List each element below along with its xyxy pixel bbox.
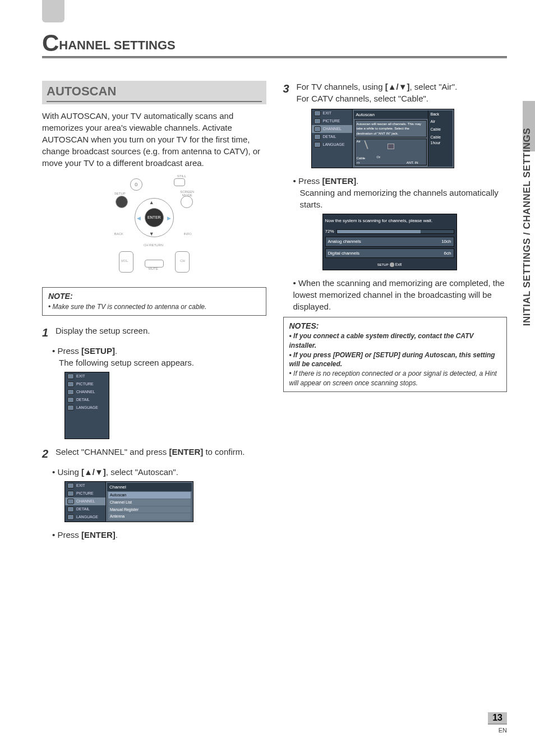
picture-icon bbox=[314, 118, 321, 124]
channel-icon bbox=[314, 126, 321, 132]
osd2-exit-label: EXIT bbox=[76, 483, 85, 488]
note2-item-1-text: If you press [POWER] or [SETUP] during A… bbox=[289, 351, 495, 368]
step-1-sub1: Press [SETUP]. bbox=[52, 346, 117, 356]
step-3-line1a: For TV channels, using bbox=[297, 82, 385, 91]
step-1: 1 Display the setup screen. bbox=[42, 325, 266, 340]
chapter-rule bbox=[42, 56, 507, 58]
osd-item-exit: EXIT bbox=[65, 372, 109, 380]
step-2-sub-bold: [▲/▼] bbox=[81, 467, 106, 477]
osd3-diagram: Air Cable Or ANT. IN ▭ bbox=[355, 139, 427, 165]
osd-item-exit-label: EXIT bbox=[76, 374, 85, 379]
osd3-item-picture: PICTURE bbox=[312, 117, 352, 125]
language-icon bbox=[67, 405, 74, 411]
osd-autoscan: EXIT PICTURE CHANNEL DETAIL LANGUAGE Aut… bbox=[311, 109, 454, 168]
osd3-item-language: LANGUAGE bbox=[312, 141, 352, 149]
step-3-press-tail: . bbox=[356, 176, 358, 186]
detail-icon bbox=[67, 397, 74, 403]
remote-label-chreturn: CH RETURN bbox=[144, 243, 163, 247]
note-box-2: NOTES: • If you connect a cable system d… bbox=[283, 317, 508, 392]
progress-row-digital: Digital channels 6ch bbox=[325, 248, 454, 258]
osd2-item-language: LANGUAGE bbox=[65, 513, 105, 521]
note2-item-0: • If you connect a cable system directly… bbox=[289, 331, 501, 351]
step-3-line1bold: [▲/▼] bbox=[385, 82, 410, 91]
osd3-channel-label: CHANNEL bbox=[323, 126, 342, 132]
osd3-language-label: LANGUAGE bbox=[323, 142, 345, 147]
step-2-text-a: Select "CHANNEL" and press bbox=[56, 447, 169, 457]
intro-paragraph: With AUTOSCAN, your TV automatically sca… bbox=[42, 110, 266, 169]
note2-item-1: • If you press [POWER] or [SETUP] during… bbox=[289, 351, 501, 370]
step-2-num: 2 bbox=[42, 446, 51, 462]
osd-item-language-label: LANGUAGE bbox=[76, 405, 98, 411]
osd3-item-channel: CHANNEL bbox=[312, 125, 352, 133]
step-1-sub1b: [SETUP] bbox=[81, 346, 115, 356]
remote-btn-enter: ENTER bbox=[145, 208, 164, 227]
progress-row-analog: Analog channels 10ch bbox=[325, 237, 454, 246]
osd-channel-menu: EXIT PICTURE CHANNEL DETAIL LANGUAGE Cha… bbox=[64, 481, 193, 522]
step-3-press-a: Press bbox=[298, 176, 322, 186]
osd2-row-autoscan: Autoscan bbox=[108, 492, 191, 499]
osd2-item-detail: DETAIL bbox=[65, 505, 105, 513]
remote-label-still: STILL bbox=[177, 174, 186, 178]
step-3-num: 3 bbox=[283, 81, 292, 104]
osd3-opt-cable1h: Cable 1hour bbox=[428, 133, 453, 147]
step-2-text-b: to confirm. bbox=[203, 447, 245, 457]
osd2-row-manualreg: Manual Register bbox=[108, 506, 191, 513]
step-3-complete: When the scanning and memorizing are com… bbox=[293, 278, 505, 311]
osd2-item-picture: PICTURE bbox=[65, 490, 105, 497]
progress-footer: SETUP Exit bbox=[325, 260, 454, 268]
step-3: 3 For TV channels, using [▲/▼], select "… bbox=[283, 81, 508, 104]
note2-item-2-text: If there is no reception connected or a … bbox=[289, 370, 497, 387]
osd2-language-label: LANGUAGE bbox=[76, 514, 98, 520]
osd-item-detail: DETAIL bbox=[65, 396, 109, 404]
osd2-row-antenna: Antenna bbox=[108, 513, 191, 520]
step-3-scanline: Scanning and memorizing the channels aut… bbox=[293, 187, 508, 210]
osd-item-channel-label: CHANNEL bbox=[76, 389, 95, 395]
osd-item-picture: PICTURE bbox=[65, 380, 109, 388]
step-2-press: Press [ENTER]. bbox=[52, 530, 118, 540]
osd2-row-channellist: Channel List bbox=[108, 499, 191, 506]
step-2-sub: Using [▲/▼], select "Autoscan". bbox=[52, 467, 178, 477]
osd-setup-menu: EXIT PICTURE CHANNEL DETAIL LANGUAGE bbox=[64, 372, 109, 439]
diagram-antin: ANT. IN bbox=[407, 160, 418, 165]
osd3-opt-cable: Cable bbox=[428, 126, 453, 133]
setup-dot-icon bbox=[390, 262, 394, 267]
exit-icon bbox=[67, 374, 74, 379]
osd3-opt-air: Air bbox=[428, 118, 453, 126]
channel-icon bbox=[67, 389, 74, 395]
step-2-press-bold: [ENTER] bbox=[81, 530, 116, 540]
osd3-options: Back Air Cable Cable 1hour bbox=[428, 110, 453, 167]
note-box-1: NOTE: • Make sure the TV is connected to… bbox=[42, 287, 266, 315]
step-2-press-tail: . bbox=[116, 530, 118, 540]
remote-btn-screenmode bbox=[181, 196, 193, 208]
page-footer: 13 EN bbox=[488, 712, 507, 735]
chapter-initial: C bbox=[42, 30, 59, 56]
osd-item-language: LANGUAGE bbox=[65, 404, 109, 412]
chapter-title: CHANNEL SETTINGS bbox=[42, 34, 507, 53]
osd2-picture-label: PICTURE bbox=[76, 491, 94, 496]
remote-btn-setup bbox=[116, 196, 128, 208]
dpad-right-icon: ▶ bbox=[167, 215, 171, 222]
dpad-down-icon: ▼ bbox=[149, 231, 154, 238]
step-3-line2: For CATV channels, select "Cable". bbox=[297, 94, 428, 103]
remote-label-vol: VOL. bbox=[121, 259, 129, 263]
step-2-sub-b: , select "Autoscan". bbox=[106, 467, 178, 477]
osd2-channel-label: CHANNEL bbox=[76, 499, 95, 504]
top-grey-tab bbox=[42, 0, 64, 22]
osd3-msg: Autoscan will rescan all channels. This … bbox=[355, 120, 427, 137]
remote-label-setup: SETUP bbox=[114, 191, 126, 196]
step-2-text-bold: [ENTER] bbox=[169, 447, 203, 457]
diagram-wall-icon: ▭ bbox=[357, 160, 360, 165]
section-title: AUTOSCAN bbox=[47, 83, 262, 103]
osd3-detail-label: DETAIL bbox=[323, 134, 336, 140]
step-1-num: 1 bbox=[42, 325, 51, 340]
note2-item-2: • If there is no reception connected or … bbox=[289, 369, 501, 388]
remote-figure: 0 STILL SETUP SCREEN MODE ENTER ▲ ▼ ◀ ▶ … bbox=[42, 176, 266, 279]
osd2-detail-label: DETAIL bbox=[76, 506, 90, 512]
antenna-icon bbox=[364, 140, 368, 149]
section-header: AUTOSCAN bbox=[42, 81, 266, 105]
exit-icon bbox=[314, 110, 321, 116]
step-1-sub2: The following setup screen appears. bbox=[52, 357, 194, 368]
step-1-text: Display the setup screen. bbox=[56, 326, 150, 335]
diagram-or: Or bbox=[377, 155, 381, 159]
osd-item-channel: CHANNEL bbox=[65, 388, 109, 396]
